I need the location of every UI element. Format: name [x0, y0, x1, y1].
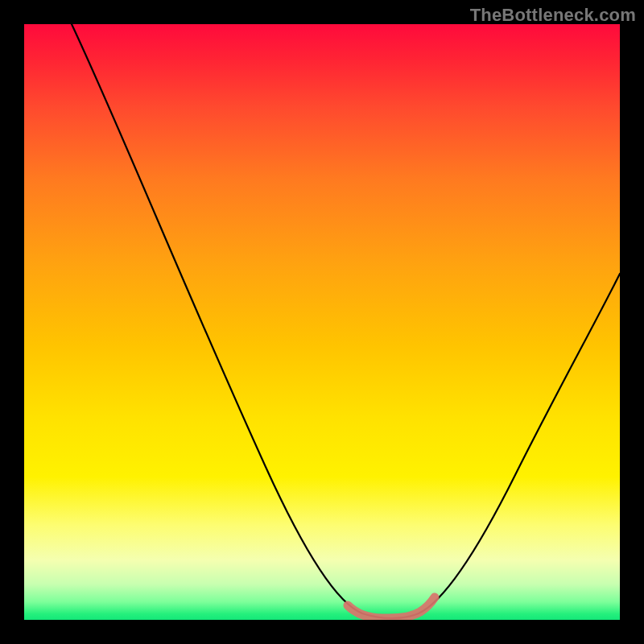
highlight-segment — [348, 597, 435, 618]
curve-svg — [24, 24, 620, 620]
plot-area — [24, 24, 620, 620]
watermark-text: TheBottleneck.com — [470, 5, 636, 26]
chart-frame: TheBottleneck.com — [0, 0, 644, 644]
bottleneck-curve — [72, 24, 620, 618]
